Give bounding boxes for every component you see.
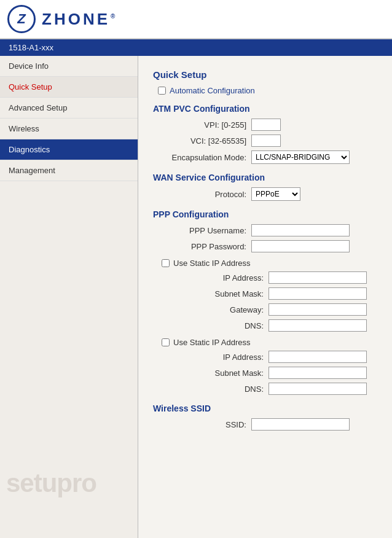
sidebar-item-device-info[interactable]: Device Info [0, 56, 138, 77]
watermark: setupro [6, 469, 96, 498]
sidebar-item-quick-setup[interactable]: Quick Setup [0, 77, 138, 98]
vpi-label: VPI: [0-255] [153, 120, 251, 130]
ppp-username-label: PPP Username: [153, 226, 251, 235]
subnet-mask-input-2[interactable] [269, 367, 367, 379]
protocol-row: Protocol: PPPoE PPPoA IPoE IPoA Bridge [153, 187, 377, 201]
static-ip-label-2: Use Static IP Address [173, 338, 251, 347]
gateway-row: Gateway: [170, 303, 377, 316]
ppp-password-row: PPP Password: [153, 240, 377, 252]
main-layout: Device Info Quick Setup Advanced Setup W… [0, 56, 392, 538]
ppp-password-input[interactable] [251, 240, 350, 252]
logo-text: ZHONE® [42, 10, 117, 29]
static-ip-block-2: IP Address: Subnet Mask: DNS: [170, 351, 377, 395]
sidebar: Device Info Quick Setup Advanced Setup W… [0, 56, 138, 538]
quick-setup-title: Quick Setup [153, 69, 377, 80]
ip-address-input-1[interactable] [269, 271, 367, 284]
static-ip-row-1: Use Static IP Address [162, 259, 377, 268]
encapsulation-select[interactable]: LLC/SNAP-BRIDGING LLC Encapsulation VC/M… [251, 150, 350, 164]
header: Z ZHONE® [0, 0, 392, 39]
ip-address-row-1: IP Address: [170, 271, 377, 284]
static-ip-block-1: IP Address: Subnet Mask: Gateway: DNS: [170, 271, 377, 332]
subnet-mask-row-2: Subnet Mask: [170, 367, 377, 379]
vci-label: VCI: [32-65535] [153, 136, 251, 146]
wireless-ssid-title: Wireless SSID [153, 404, 377, 413]
dns-label-1: DNS: [170, 321, 269, 330]
dns-row-2: DNS: [170, 383, 377, 395]
logo-z-icon: Z [17, 11, 25, 27]
ip-address-input-2[interactable] [269, 351, 367, 363]
sidebar-item-advanced-setup[interactable]: Advanced Setup [0, 98, 138, 119]
title-bar: 1518-A1-xxx [0, 39, 392, 56]
static-ip-checkbox-1[interactable] [162, 259, 170, 267]
dns-input-1[interactable] [269, 319, 367, 332]
dns-input-2[interactable] [269, 383, 367, 395]
vci-row: VCI: [32-65535] [153, 134, 377, 147]
vpi-row: VPI: [0-255] [153, 119, 377, 131]
auto-config-checkbox[interactable] [158, 87, 166, 95]
protocol-select[interactable]: PPPoE PPPoA IPoE IPoA Bridge [251, 187, 300, 201]
vci-input[interactable] [251, 134, 281, 147]
ppp-username-row: PPP Username: [153, 224, 377, 236]
gateway-input[interactable] [269, 303, 367, 316]
sidebar-item-diagnostics[interactable]: Diagnostics [0, 139, 138, 160]
dns-label-2: DNS: [170, 384, 269, 394]
atm-pvc-title: ATM PVC Configuration [153, 104, 377, 114]
auto-config-row: Automatic Configuration [158, 86, 377, 95]
encapsulation-row: Encapsulation Mode: LLC/SNAP-BRIDGING LL… [153, 150, 377, 164]
ip-address-label-1: IP Address: [170, 273, 269, 283]
ssid-row: SSID: [153, 418, 377, 431]
protocol-label: Protocol: [153, 190, 251, 199]
encapsulation-label: Encapsulation Mode: [153, 153, 251, 162]
sidebar-item-management[interactable]: Management [0, 160, 138, 181]
logo-circle: Z [7, 5, 36, 33]
ppp-username-input[interactable] [251, 224, 350, 236]
ssid-input[interactable] [251, 418, 350, 431]
ppp-password-label: PPP Password: [153, 242, 251, 251]
static-ip-label-1: Use Static IP Address [173, 259, 251, 268]
static-ip-checkbox-2[interactable] [162, 338, 170, 346]
subnet-mask-row-1: Subnet Mask: [170, 287, 377, 300]
subnet-mask-input-1[interactable] [269, 287, 367, 300]
subnet-mask-label-1: Subnet Mask: [170, 289, 269, 298]
ip-address-row-2: IP Address: [170, 351, 377, 363]
gateway-label: Gateway: [170, 305, 269, 314]
sidebar-item-wireless[interactable]: Wireless [0, 119, 138, 139]
wan-service-title: WAN Service Configuration [153, 173, 377, 182]
vpi-input[interactable] [251, 119, 281, 131]
device-model: 1518-A1-xxx [9, 43, 53, 52]
ip-address-label-2: IP Address: [170, 353, 269, 362]
subnet-mask-label-2: Subnet Mask: [170, 368, 269, 378]
ssid-label: SSID: [153, 420, 251, 429]
ppp-config-title: PPP Configuration [153, 209, 377, 219]
content-area: Quick Setup Automatic Configuration ATM … [138, 56, 392, 538]
logo-dot: ® [111, 13, 117, 20]
static-ip-row-2: Use Static IP Address [162, 338, 377, 347]
auto-config-label: Automatic Configuration [170, 86, 255, 95]
dns-row-1: DNS: [170, 319, 377, 332]
